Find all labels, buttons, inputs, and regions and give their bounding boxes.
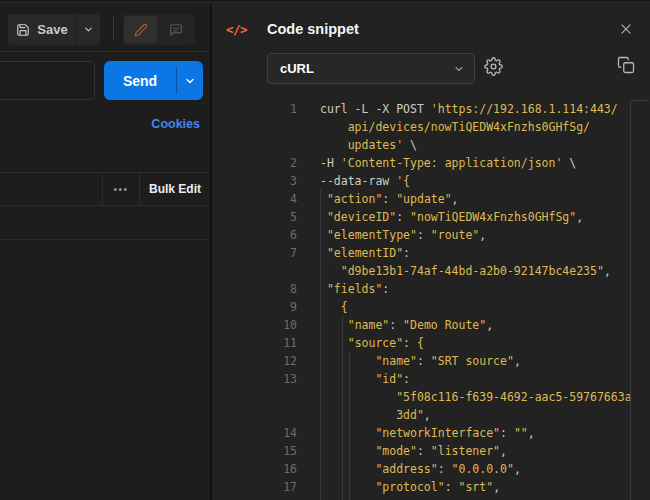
code-text: -H 'Content-Type: application/json' \ [320,154,576,172]
code-line: 13 "id": [277,370,642,388]
line-number: 9 [277,298,297,316]
code-line: "d9be13b1-74af-44bd-a2b0-92147bc4e235", [277,262,642,280]
send-label: Send [104,61,176,100]
indent-guide [320,190,321,500]
line-number: 15 [277,442,297,460]
edit-button[interactable] [124,16,157,43]
save-options-button[interactable] [77,14,100,45]
indent-guide [342,316,343,500]
code-text: updates' \ [320,136,417,154]
code-line: 2-H 'Content-Type: application/json' \ [277,154,642,172]
app-window: Save [0,0,650,500]
code-text: "id": [320,370,410,388]
indent-guide [349,352,350,500]
line-number: 6 [277,226,297,244]
code-text: 3dd", [320,406,431,424]
line-number: 4 [277,190,297,208]
line-number: 2 [277,154,297,172]
code-line: 7 "elementID": [277,244,642,262]
line-number: 12 [277,352,297,370]
code-line: 16 "address": "0.0.0.0", [277,460,642,478]
code-text: "deviceID": "nowTiQEDW4xFnzhs0GHfSg", [320,208,583,226]
code-line: 6 "elementType": "route", [277,226,642,244]
code-icon[interactable]: </> [226,22,247,37]
copy-code-button[interactable] [617,56,637,76]
line-number: 11 [277,334,297,352]
request-pane: Save [0,0,210,500]
save-icon [16,23,30,37]
code-line: 12 "name": "SRT source", [277,352,642,370]
code-line: 11 "source": { [277,334,642,352]
save-label: Save [37,22,67,37]
code-line: 15 "mode": "listener", [277,442,642,460]
settings-button[interactable] [484,57,504,77]
code-line: 17 "protocol": "srt", [277,478,642,496]
comments-button[interactable] [159,16,192,43]
line-number [277,136,297,154]
chevron-down-icon [83,24,94,35]
panel-title: Code snippet [267,21,359,37]
code-text: "action": "update", [320,190,459,208]
line-number [277,262,297,280]
line-number: 16 [277,460,297,478]
line-number: 14 [277,424,297,442]
code-text: "networkInterface": "", [320,424,535,442]
code-line: 5 "deviceID": "nowTiQEDW4xFnzhs0GHfSg", [277,208,642,226]
params-row-border [0,239,210,240]
line-number [277,118,297,136]
code-line: api/devices/nowTiQEDW4xFnzhs0GHfSg/ [277,118,642,136]
line-number: 1 [277,100,297,118]
gear-icon [484,57,504,76]
line-number: 7 [277,244,297,262]
code-text: "name": "SRT source", [320,352,521,370]
top-border [0,0,650,3]
pencil-icon [134,23,148,37]
code-line: 14 "networkInterface": "", [277,424,642,442]
comment-icon [169,23,183,37]
code-line: updates' \ [277,136,642,154]
code-line: 10 "name": "Demo Route", [277,316,642,334]
line-number: 17 [277,478,297,496]
code-text: --data-raw '{ [320,172,410,190]
save-button[interactable]: Save [8,14,76,45]
pane-divider[interactable] [210,0,212,500]
code-block: 1curl -L -X POST 'https://192.168.1.114:… [277,100,642,500]
line-number: 8 [277,280,297,298]
code-text: "elementID": [320,244,410,262]
code-text: "5f08c116-f639-4692-aac5-59767663a [320,388,632,406]
line-number: 10 [277,316,297,334]
code-line: 4 "action": "update", [277,190,642,208]
line-number: 13 [277,370,297,388]
cookies-link[interactable]: Cookies [120,117,200,131]
line-number: 5 [277,208,297,226]
chevron-down-icon [444,63,474,75]
more-options-button[interactable]: ••• [102,173,139,205]
code-scrollbar[interactable] [630,100,649,500]
close-icon [619,22,633,36]
send-button[interactable]: Send [104,61,203,100]
code-line: 1curl -L -X POST 'https://192.168.1.114:… [277,100,642,118]
language-select[interactable]: cURL [267,53,475,84]
bulk-edit-button[interactable]: Bulk Edit [139,173,210,205]
code-line: "5f08c116-f639-4692-aac5-59767663a [277,388,642,406]
toolbar-icon-group [123,14,195,45]
copy-icon [617,56,637,74]
toolbar-separator [113,16,114,40]
params-header-row: ••• Bulk Edit [0,172,210,206]
code-text: "protocol": "srt", [320,478,500,496]
language-select-value: cURL [268,61,444,76]
line-number: 3 [277,172,297,190]
send-options-button[interactable] [177,61,203,100]
code-text: "fields": [320,280,389,298]
code-line: 9 { [277,298,642,316]
url-input[interactable] [0,61,95,100]
code-text: api/devices/nowTiQEDW4xFnzhs0GHfSg/ [320,118,590,136]
chevron-down-icon [184,75,196,87]
code-snippet-panel: </> Code snippet cURL [212,0,650,500]
close-button[interactable] [617,20,635,38]
params-header-spacer [0,173,102,205]
code-line: 8 "fields": [277,280,642,298]
code-text: curl -L -X POST 'https://192.168.1.114:4… [320,100,618,118]
code-text: { [320,298,348,316]
code-text: "d9be13b1-74af-44bd-a2b0-92147bc4e235", [320,262,611,280]
